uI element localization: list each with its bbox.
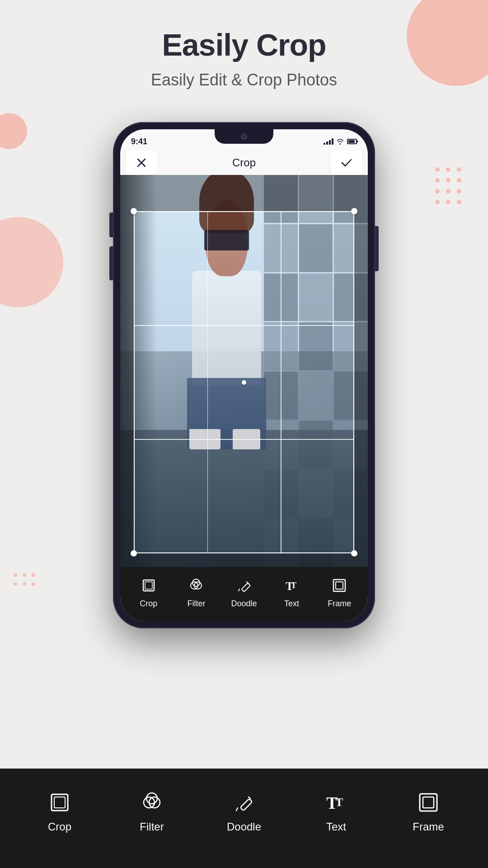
decoration-blob-left-upper xyxy=(0,113,27,149)
grid-line-vertical-1 xyxy=(207,211,208,553)
decoration-blob-left-lower xyxy=(0,217,63,307)
svg-rect-15 xyxy=(54,797,65,808)
toolbar-label-filter: Filter xyxy=(187,599,205,609)
toolbar-label-frame: Frame xyxy=(328,599,351,609)
page-crop-icon xyxy=(48,791,71,814)
confirm-button[interactable] xyxy=(331,150,362,175)
svg-rect-12 xyxy=(333,580,345,591)
phone-mockup: 9:41 xyxy=(113,122,375,628)
main-title: Easily Crop xyxy=(0,27,488,62)
phone-screen: 9:41 xyxy=(120,129,368,621)
phone-bottom-toolbar: Crop Filter xyxy=(120,567,368,621)
crop-icon xyxy=(141,577,157,594)
decoration-dots-left-lower xyxy=(14,573,37,588)
crop-handle-bottom-right[interactable] xyxy=(351,550,357,557)
page-doodle-icon-container xyxy=(231,790,257,815)
wifi-icon xyxy=(336,138,344,145)
svg-line-9 xyxy=(239,589,239,591)
page-frame-icon-container xyxy=(416,790,441,815)
crop-handle-top-left[interactable] xyxy=(131,208,137,214)
crop-mask-left xyxy=(120,211,134,567)
screen-title: Crop xyxy=(232,156,256,169)
crop-overlay[interactable] xyxy=(134,211,354,553)
cancel-button[interactable] xyxy=(126,150,157,175)
crop-mask-top xyxy=(120,175,368,211)
svg-rect-25 xyxy=(423,797,434,808)
status-icons xyxy=(324,138,357,145)
svg-line-21 xyxy=(236,808,238,811)
crop-handle-bottom-left[interactable] xyxy=(131,550,137,557)
volume-down-button xyxy=(109,246,113,280)
close-icon xyxy=(136,158,146,168)
toolbar-item-doodle[interactable]: Doodle xyxy=(220,576,268,609)
front-camera xyxy=(241,133,247,140)
grid-line-horizontal-1 xyxy=(134,325,354,326)
filter-icon-container xyxy=(186,576,206,595)
notch xyxy=(215,129,273,144)
page-doodle-icon xyxy=(232,791,256,814)
toolbar-label-crop: Crop xyxy=(140,599,157,609)
page-filter-icon xyxy=(140,791,164,814)
svg-rect-19 xyxy=(240,799,253,811)
grid-line-horizontal-2 xyxy=(134,439,354,440)
page-toolbar-label-crop: Crop xyxy=(48,821,71,833)
page-bottom-bar: Crop Filter Doodle T T xyxy=(0,769,488,868)
doodle-icon xyxy=(236,577,252,594)
crop-center-handle[interactable] xyxy=(242,380,246,385)
photo-background xyxy=(120,175,368,567)
photo-area xyxy=(120,175,368,567)
phone-outer-shell: 9:41 xyxy=(113,122,375,628)
power-button xyxy=(375,226,379,271)
crop-mask-right xyxy=(354,211,368,567)
page-frame-icon xyxy=(417,791,440,814)
toolbar-item-filter[interactable]: Filter xyxy=(173,576,221,609)
svg-rect-7 xyxy=(241,583,250,592)
svg-rect-3 xyxy=(145,582,152,589)
toolbar-item-frame[interactable]: Frame xyxy=(315,576,363,609)
svg-text:T: T xyxy=(335,796,343,809)
decoration-dots-right xyxy=(435,167,463,206)
page-text-icon: T T xyxy=(324,791,348,814)
page-toolbar-label-filter: Filter xyxy=(140,821,164,833)
toolbar-item-text[interactable]: T T Text xyxy=(268,576,316,609)
battery-icon xyxy=(347,139,357,144)
page-toolbar-item-crop[interactable]: Crop xyxy=(14,790,106,833)
doodle-icon-container xyxy=(234,576,254,595)
crop-mask-bottom xyxy=(134,553,354,567)
frame-icon xyxy=(331,577,347,594)
checkmark-icon xyxy=(341,159,352,167)
svg-line-20 xyxy=(249,797,250,799)
toolbar-item-crop[interactable]: Crop xyxy=(125,576,173,609)
toolbar-label-doodle: Doodle xyxy=(231,599,257,609)
page-text-icon-container: T T xyxy=(324,790,349,815)
sub-title: Easily Edit & Crop Photos xyxy=(0,71,488,90)
frame-icon-container xyxy=(329,576,349,595)
toolbar-label-text: Text xyxy=(284,599,299,609)
page-toolbar-item-frame[interactable]: Frame xyxy=(382,790,474,833)
text-icon: T T xyxy=(284,577,300,594)
page-toolbar-item-text[interactable]: T T Text xyxy=(290,790,382,833)
signal-icon xyxy=(324,138,333,145)
page-filter-icon-container xyxy=(139,790,164,815)
svg-text:T: T xyxy=(291,581,296,590)
page-toolbar-item-filter[interactable]: Filter xyxy=(106,790,198,833)
page-toolbar-label-text: Text xyxy=(326,821,346,833)
filter-icon xyxy=(188,577,204,594)
page-toolbar-item-doodle[interactable]: Doodle xyxy=(198,790,290,833)
volume-up-button xyxy=(109,212,113,237)
crop-handle-top-right[interactable] xyxy=(351,208,357,214)
grid-line-vertical-2 xyxy=(281,211,282,553)
status-time: 9:41 xyxy=(131,137,147,146)
svg-rect-24 xyxy=(420,794,437,811)
text-icon-container: T T xyxy=(282,576,302,595)
page-crop-icon-container xyxy=(47,790,72,815)
svg-rect-13 xyxy=(336,582,343,589)
crop-icon-container xyxy=(139,576,159,595)
page-toolbar-label-frame: Frame xyxy=(413,821,444,833)
page-toolbar-label-doodle: Doodle xyxy=(227,821,261,833)
header-section: Easily Crop Easily Edit & Crop Photos xyxy=(0,27,488,90)
